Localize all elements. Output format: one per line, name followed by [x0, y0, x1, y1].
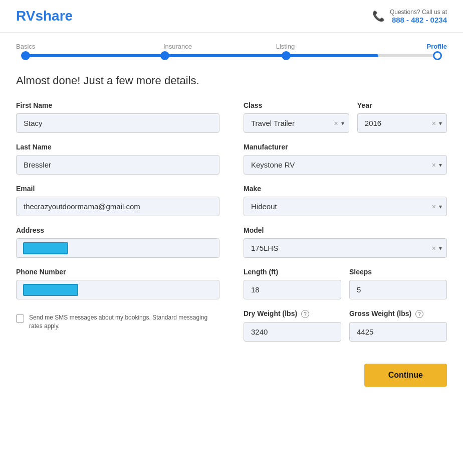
- class-clear-icon[interactable]: ×: [334, 119, 338, 127]
- dot-insurance: [160, 51, 169, 60]
- class-subgroup: Class Travel Trailer × ▾: [244, 101, 349, 133]
- make-select[interactable]: Hideout: [244, 197, 447, 216]
- progress-labels: Basics Insurance Listing Profile: [16, 43, 447, 50]
- step-listing-label: Listing: [232, 43, 339, 50]
- length-sleeps-row: Length (ft) Sleeps: [244, 268, 447, 299]
- model-group: Model 175LHS × ▾: [244, 226, 447, 258]
- model-select[interactable]: 175LHS: [244, 238, 447, 258]
- manufacturer-clear-icon[interactable]: ×: [432, 161, 436, 169]
- length-sleeps-group: Length (ft) Sleeps: [244, 268, 447, 299]
- contact-number[interactable]: 888 - 482 - 0234: [390, 16, 447, 24]
- make-group: Make Hideout × ▾: [244, 185, 447, 216]
- form-grid: First Name Last Name Email Address Phone: [16, 101, 447, 387]
- model-label: Model: [244, 226, 447, 234]
- progress-dots: [22, 51, 441, 60]
- step-insurance-label: Insurance: [124, 43, 232, 50]
- last-name-label: Last Name: [16, 143, 219, 151]
- class-label: Class: [244, 101, 349, 109]
- email-group: Email: [16, 185, 219, 216]
- contact-text-block: Questions? Call us at 888 - 482 - 0234: [390, 9, 447, 24]
- last-name-input[interactable]: [16, 155, 219, 175]
- section-title: Almost done! Just a few more details.: [16, 74, 447, 87]
- year-subgroup: Year 2016 × ▾: [357, 101, 447, 133]
- model-select-wrapper: 175LHS × ▾: [244, 238, 447, 258]
- address-highlight: [23, 242, 68, 254]
- phone-icon: 📞: [372, 10, 385, 22]
- class-select-wrapper: Travel Trailer × ▾: [244, 113, 349, 133]
- logo-share: share: [35, 8, 73, 24]
- dot-basics: [21, 51, 30, 60]
- class-year-row: Class Travel Trailer × ▾ Year: [244, 101, 447, 133]
- gross-weight-input[interactable]: [349, 322, 447, 342]
- header: RVshare 📞 Questions? Call us at 888 - 48…: [0, 0, 463, 33]
- progress-section: Basics Insurance Listing Profile: [0, 33, 463, 62]
- sleeps-input[interactable]: [349, 280, 447, 299]
- contact-label: Questions? Call us at: [390, 9, 447, 16]
- length-label: Length (ft): [244, 268, 341, 276]
- left-column: First Name Last Name Email Address Phone: [16, 101, 219, 387]
- gross-weight-label: Gross Weight (lbs) ?: [349, 309, 447, 318]
- sms-checkbox-group: Send me SMS messages about my bookings. …: [16, 313, 219, 331]
- manufacturer-group: Manufacturer Keystone RV × ▾: [244, 143, 447, 175]
- continue-button[interactable]: Continue: [364, 364, 447, 387]
- dot-listing: [282, 51, 291, 60]
- gross-weight-help-icon[interactable]: ?: [415, 310, 423, 318]
- dot-profile: [433, 51, 442, 60]
- logo: RVshare: [16, 8, 73, 24]
- logo-rv: RV: [16, 8, 35, 24]
- step-profile-label: Profile: [339, 43, 447, 50]
- dry-weight-label: Dry Weight (lbs) ?: [244, 309, 341, 318]
- class-year-group: Class Travel Trailer × ▾ Year: [244, 101, 447, 133]
- first-name-input[interactable]: [16, 113, 219, 133]
- make-clear-icon[interactable]: ×: [432, 203, 436, 211]
- year-select-wrapper: 2016 × ▾: [357, 113, 447, 133]
- dry-weight-subgroup: Dry Weight (lbs) ?: [244, 309, 341, 342]
- sleeps-subgroup: Sleeps: [349, 268, 447, 299]
- dry-weight-help-icon[interactable]: ?: [301, 310, 309, 318]
- weight-row: Dry Weight (lbs) ? Gross Weight (lbs) ?: [244, 309, 447, 342]
- manufacturer-select[interactable]: Keystone RV: [244, 155, 447, 175]
- year-clear-icon[interactable]: ×: [432, 119, 436, 127]
- main-content: Almost done! Just a few more details. Fi…: [0, 62, 463, 407]
- sleeps-label: Sleeps: [349, 268, 447, 276]
- address-group: Address: [16, 226, 219, 258]
- email-label: Email: [16, 185, 219, 193]
- dry-weight-input[interactable]: [244, 322, 341, 342]
- phone-label: Phone Number: [16, 268, 219, 276]
- sms-checkbox[interactable]: [16, 314, 24, 323]
- model-clear-icon[interactable]: ×: [432, 244, 436, 252]
- first-name-group: First Name: [16, 101, 219, 133]
- phone-group: Phone Number: [16, 268, 219, 299]
- contact-info: 📞 Questions? Call us at 888 - 482 - 0234: [372, 9, 447, 24]
- step-basics-label: Basics: [16, 43, 124, 50]
- email-input[interactable]: [16, 197, 219, 216]
- last-name-group: Last Name: [16, 143, 219, 175]
- phone-highlight: [23, 284, 78, 296]
- manufacturer-select-wrapper: Keystone RV × ▾: [244, 155, 447, 175]
- manufacturer-label: Manufacturer: [244, 143, 447, 151]
- class-select[interactable]: Travel Trailer: [244, 113, 349, 133]
- address-label: Address: [16, 226, 219, 234]
- length-subgroup: Length (ft): [244, 268, 341, 299]
- address-input-wrapper: [16, 238, 219, 258]
- continue-row: Continue: [244, 364, 447, 387]
- make-label: Make: [244, 185, 447, 193]
- right-column: Class Travel Trailer × ▾ Year: [244, 101, 447, 387]
- make-select-wrapper: Hideout × ▾: [244, 197, 447, 216]
- sms-label: Send me SMS messages about my bookings. …: [29, 313, 219, 331]
- progress-track: [22, 54, 441, 57]
- gross-weight-subgroup: Gross Weight (lbs) ?: [349, 309, 447, 342]
- year-label: Year: [357, 101, 447, 109]
- length-input[interactable]: [244, 280, 341, 299]
- phone-input-wrapper: [16, 280, 219, 299]
- first-name-label: First Name: [16, 101, 219, 109]
- weight-group: Dry Weight (lbs) ? Gross Weight (lbs) ?: [244, 309, 447, 342]
